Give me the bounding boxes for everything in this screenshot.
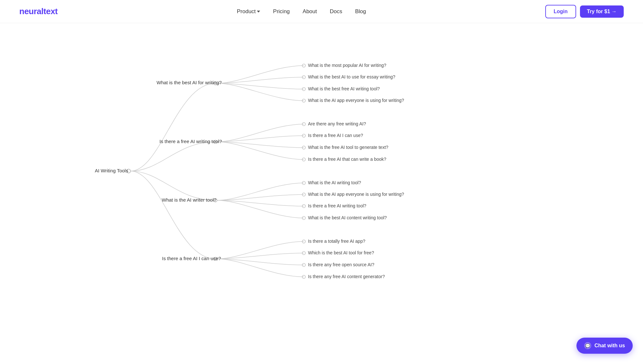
b3c4-label: What is the best AI content writing tool…: [308, 215, 387, 220]
branch2-label: Is there a free AI writing tool?: [159, 139, 222, 144]
logo[interactable]: neuraltext: [19, 6, 58, 16]
b3c3-label: Is there a free AI writing tool?: [308, 203, 367, 208]
branch1-label: What is the best AI for writing?: [157, 80, 222, 85]
chat-widget[interactable]: 💬 Chat with us: [576, 338, 633, 354]
b2c3-label: What is the free AI tool to generate tex…: [308, 145, 388, 150]
chevron-down-icon: [257, 11, 260, 13]
try-button[interactable]: Try for $1 →: [580, 5, 624, 18]
login-button[interactable]: Login: [545, 5, 576, 18]
nav-item-about[interactable]: About: [303, 8, 317, 15]
b1c1-label: What is the most popular AI for writing?: [308, 63, 386, 68]
branch4-label: Is there a free AI I can use?: [162, 256, 221, 261]
nav-item-pricing[interactable]: Pricing: [273, 8, 290, 15]
nav-product-label: Product: [237, 8, 256, 15]
mindmap-canvas: AI Writing Tools What is the best AI for…: [0, 23, 643, 364]
b3c2-label: What is the AI app everyone is using for…: [308, 192, 404, 197]
b1c3-label: What is the best free AI writing tool?: [308, 86, 380, 91]
nav-item-docs[interactable]: Docs: [330, 8, 342, 15]
root-label: AI Writing Tools: [95, 168, 128, 173]
mindmap-svg: AI Writing Tools What is the best AI for…: [0, 23, 643, 364]
b2c2-label: Is there a free AI I can use?: [308, 133, 363, 138]
b4c2-label: Which is the best AI tool for free?: [308, 250, 374, 255]
b3c1-label: What is the AI writing tool?: [308, 180, 361, 185]
b2c1-label: Are there any free writing AI?: [308, 121, 366, 126]
nav-item-product[interactable]: Product: [237, 8, 260, 15]
nav-item-blog[interactable]: Blog: [355, 8, 366, 15]
b2c4-label: Is there a free AI that can write a book…: [308, 157, 386, 162]
chat-label: Chat with us: [594, 343, 625, 349]
b4c3-label: Is there any free open source AI?: [308, 262, 374, 267]
header-actions: Login Try for $1 →: [545, 5, 624, 18]
b4c1-label: Is there a totally free AI app?: [308, 239, 365, 244]
branch3-label: What is the AI writer tool?: [162, 197, 216, 203]
b1c4-label: What is the AI app everyone is using for…: [308, 98, 404, 103]
logo-text: neuraltext: [19, 6, 58, 16]
b4c4-label: Is there any free AI content generator?: [308, 274, 385, 279]
main-nav: Product Pricing About Docs Blog: [237, 8, 366, 15]
b1c2-label: What is the best AI to use for essay wri…: [308, 74, 395, 79]
chat-icon: 💬: [584, 342, 591, 349]
